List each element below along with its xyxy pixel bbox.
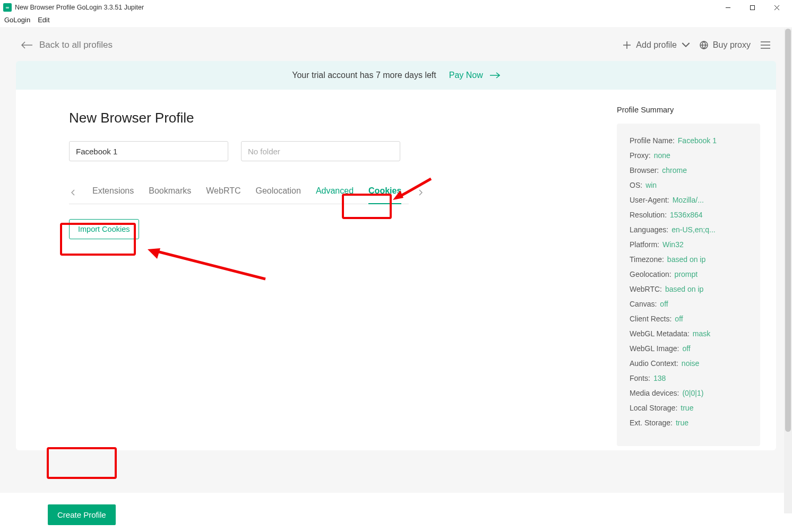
- trial-text: Your trial account has 7 more days left: [292, 71, 436, 80]
- summary-media-devices: Media devices:(0|0|1): [630, 389, 747, 397]
- summary-panel: Profile Summary Profile Name:Facebook 1 …: [617, 106, 776, 450]
- menu-edit[interactable]: Edit: [38, 16, 49, 24]
- profile-name-input[interactable]: [69, 141, 228, 161]
- hamburger-menu-button[interactable]: [760, 41, 771, 49]
- back-label: Back to all profiles: [39, 40, 113, 50]
- summary-ua: User-Agent:Mozilla/...: [630, 196, 747, 204]
- summary-timezone: Timezone:based on ip: [630, 255, 747, 264]
- summary-platform: Platform:Win32: [630, 240, 747, 249]
- arrow-left-icon: [21, 41, 33, 49]
- window-title: New Browser Profile GoLogin 3.3.51 Jupit…: [15, 4, 144, 11]
- menu-gologin[interactable]: GoLogin: [4, 16, 30, 24]
- content-scrollbar[interactable]: [784, 29, 792, 513]
- tab-geolocation[interactable]: Geolocation: [256, 186, 301, 203]
- scrollbar-thumb[interactable]: [785, 29, 791, 432]
- summary-box: Profile Name:Facebook 1 Proxy:none Brows…: [617, 124, 760, 446]
- create-profile-button[interactable]: Create Profile: [48, 504, 116, 525]
- input-row: [69, 141, 596, 161]
- buy-proxy-button[interactable]: Buy proxy: [700, 40, 751, 50]
- summary-webgl-image: WebGL Image:off: [630, 344, 747, 353]
- footer-bar: Create Profile: [0, 493, 792, 532]
- tab-advanced[interactable]: Advanced: [316, 186, 354, 203]
- summary-title: Profile Summary: [617, 106, 760, 114]
- summary-os: OS:win: [630, 181, 747, 189]
- menu-bar: GoLogin Edit: [0, 15, 792, 27]
- buy-proxy-label: Buy proxy: [713, 40, 751, 50]
- back-to-profiles-link[interactable]: Back to all profiles: [21, 40, 113, 50]
- summary-languages: Languages:en-US,en;q...: [630, 225, 747, 234]
- folder-input[interactable]: [241, 141, 400, 161]
- summary-fonts: Fonts:138: [630, 374, 747, 382]
- import-cookies-button[interactable]: Import Cookies: [69, 219, 139, 239]
- hamburger-icon: [760, 41, 771, 49]
- globe-icon: [700, 41, 708, 49]
- tab-scroll-left[interactable]: [69, 186, 78, 204]
- main-card: New Browser Profile Extensions Bookmarks…: [16, 90, 776, 450]
- title-bar: ∞ New Browser Profile GoLogin 3.3.51 Jup…: [0, 0, 792, 15]
- summary-geolocation: Geolocation:prompt: [630, 270, 747, 278]
- tab-bookmarks[interactable]: Bookmarks: [149, 186, 191, 203]
- summary-client-rects: Client Rects:off: [630, 315, 747, 323]
- summary-local-storage: Local Storage:true: [630, 404, 747, 412]
- arrow-right-icon: [489, 72, 500, 79]
- window-maximize-button[interactable]: [740, 0, 764, 15]
- chevron-down-icon: [682, 41, 690, 49]
- summary-resolution: Resolution:1536x864: [630, 211, 747, 219]
- trial-banner: Your trial account has 7 more days left …: [16, 61, 776, 90]
- page-title: New Browser Profile: [69, 110, 596, 126]
- add-profile-button[interactable]: Add profile: [623, 40, 690, 50]
- add-profile-label: Add profile: [636, 40, 677, 50]
- window-close-button[interactable]: [764, 0, 789, 15]
- svg-rect-0: [750, 5, 754, 10]
- tab-webrtc[interactable]: WebRTC: [206, 186, 240, 203]
- form-area: New Browser Profile Extensions Bookmarks…: [16, 106, 617, 450]
- tab-cookies[interactable]: Cookies: [368, 186, 401, 204]
- tab-scroll-right[interactable]: [416, 186, 425, 204]
- window-minimize-button[interactable]: [716, 0, 740, 15]
- app-icon: ∞: [3, 3, 12, 12]
- summary-proxy: Proxy:none: [630, 151, 747, 160]
- tab-extensions[interactable]: Extensions: [92, 186, 134, 203]
- summary-canvas: Canvas:off: [630, 300, 747, 308]
- pay-now-label: Pay Now: [449, 71, 483, 80]
- summary-ext-storage: Ext. Storage:true: [630, 418, 747, 427]
- pay-now-link[interactable]: Pay Now: [449, 71, 500, 80]
- summary-browser: Browser:chrome: [630, 166, 747, 175]
- summary-webgl-metadata: WebGL Metadata:mask: [630, 329, 747, 338]
- plus-icon: [623, 41, 631, 49]
- summary-profile-name: Profile Name:Facebook 1: [630, 136, 747, 145]
- summary-webrtc: WebRTC:based on ip: [630, 285, 747, 293]
- tabs-wrap: Extensions Bookmarks WebRTC Geolocation …: [69, 186, 409, 204]
- top-toolbar: Back to all profiles Add profile Buy pro…: [0, 27, 792, 61]
- summary-audio-context: Audio Context:noise: [630, 359, 747, 368]
